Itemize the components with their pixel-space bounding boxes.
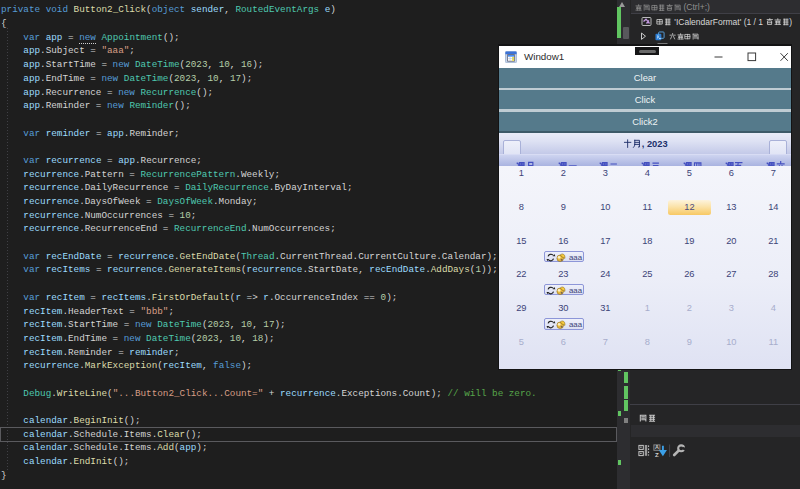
svg-text:A: A xyxy=(655,444,659,450)
svg-text:Z: Z xyxy=(655,451,659,458)
